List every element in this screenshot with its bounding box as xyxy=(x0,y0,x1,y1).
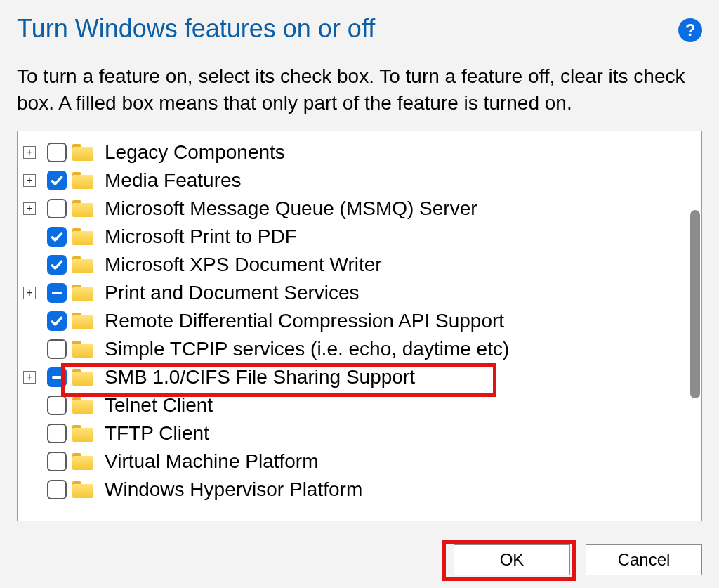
feature-checkbox[interactable] xyxy=(47,311,67,331)
feature-checkbox[interactable] xyxy=(47,367,67,387)
feature-checkbox[interactable] xyxy=(47,480,67,499)
feature-row[interactable]: +Microsoft Message Queue (MSMQ) Server xyxy=(23,195,697,223)
feature-row[interactable]: +Remote Differential Compression API Sup… xyxy=(23,307,697,335)
folder-icon xyxy=(72,228,93,245)
feature-tree: +Legacy Components+Media Features+Micros… xyxy=(17,131,702,521)
feature-label: Print and Document Services xyxy=(98,282,360,304)
folder-icon xyxy=(72,341,93,358)
feature-label: Microsoft Print to PDF xyxy=(98,226,297,248)
folder-icon xyxy=(72,425,93,442)
feature-row[interactable]: +SMB 1.0/CIFS File Sharing Support xyxy=(23,363,697,391)
feature-checkbox[interactable] xyxy=(47,396,67,415)
feature-checkbox[interactable] xyxy=(47,339,67,359)
feature-row[interactable]: +Virtual Machine Platform xyxy=(23,447,697,476)
windows-features-dialog: Turn Windows features on or off ? To tur… xyxy=(0,0,719,588)
scrollbar-thumb[interactable] xyxy=(690,210,700,398)
folder-icon xyxy=(72,481,93,498)
feature-label: TFTP Client xyxy=(98,422,209,445)
expand-icon[interactable]: + xyxy=(23,371,36,384)
folder-icon xyxy=(72,313,93,329)
feature-label: Telnet Client xyxy=(98,394,213,417)
folder-icon xyxy=(72,144,93,161)
feature-row[interactable]: +Simple TCPIP services (i.e. echo, dayti… xyxy=(23,335,697,363)
feature-row[interactable]: +Print and Document Services xyxy=(23,279,697,307)
folder-icon xyxy=(72,453,93,470)
folder-icon xyxy=(72,285,93,301)
feature-row[interactable]: +Microsoft XPS Document Writer xyxy=(23,251,697,279)
expand-icon[interactable]: + xyxy=(23,287,36,299)
dialog-description: To turn a feature on, select its check b… xyxy=(17,63,702,117)
feature-label: Media Features xyxy=(98,169,242,192)
folder-icon xyxy=(72,397,93,414)
folder-icon xyxy=(72,256,93,273)
feature-row[interactable]: +Microsoft Print to PDF xyxy=(23,223,697,251)
expand-icon[interactable]: + xyxy=(23,174,36,187)
feature-row[interactable]: +TFTP Client xyxy=(23,419,697,447)
cancel-button[interactable]: Cancel xyxy=(586,544,702,575)
dialog-header: Turn Windows features on or off ? xyxy=(17,14,702,44)
feature-checkbox[interactable] xyxy=(47,199,67,218)
help-icon[interactable]: ? xyxy=(678,18,702,42)
feature-label: Microsoft Message Queue (MSMQ) Server xyxy=(98,197,477,220)
feature-label: Legacy Components xyxy=(98,141,285,164)
feature-checkbox[interactable] xyxy=(47,424,67,443)
feature-label: Virtual Machine Platform xyxy=(98,450,319,473)
feature-checkbox[interactable] xyxy=(47,255,67,275)
feature-checkbox[interactable] xyxy=(47,171,67,190)
feature-checkbox[interactable] xyxy=(47,143,67,162)
ok-button[interactable]: OK xyxy=(454,544,570,575)
dialog-buttons: OK Cancel xyxy=(454,544,702,575)
feature-row[interactable]: +Telnet Client xyxy=(23,391,697,419)
feature-row[interactable]: +Legacy Components xyxy=(23,138,697,166)
feature-label: Remote Differential Compression API Supp… xyxy=(98,310,504,332)
feature-label: Windows Hypervisor Platform xyxy=(98,478,362,501)
folder-icon xyxy=(72,369,93,386)
expand-icon[interactable]: + xyxy=(23,202,36,215)
feature-checkbox[interactable] xyxy=(47,283,67,303)
feature-label: SMB 1.0/CIFS File Sharing Support xyxy=(98,366,415,388)
feature-checkbox[interactable] xyxy=(47,227,67,247)
feature-checkbox[interactable] xyxy=(47,452,67,471)
dialog-title: Turn Windows features on or off xyxy=(17,14,375,44)
folder-icon xyxy=(72,172,93,189)
feature-label: Microsoft XPS Document Writer xyxy=(98,254,382,276)
feature-row[interactable]: +Media Features xyxy=(23,166,697,195)
feature-label: Simple TCPIP services (i.e. echo, daytim… xyxy=(98,338,509,360)
feature-row[interactable]: +Windows Hypervisor Platform xyxy=(23,476,697,504)
folder-icon xyxy=(72,200,93,217)
expand-icon[interactable]: + xyxy=(23,146,36,159)
